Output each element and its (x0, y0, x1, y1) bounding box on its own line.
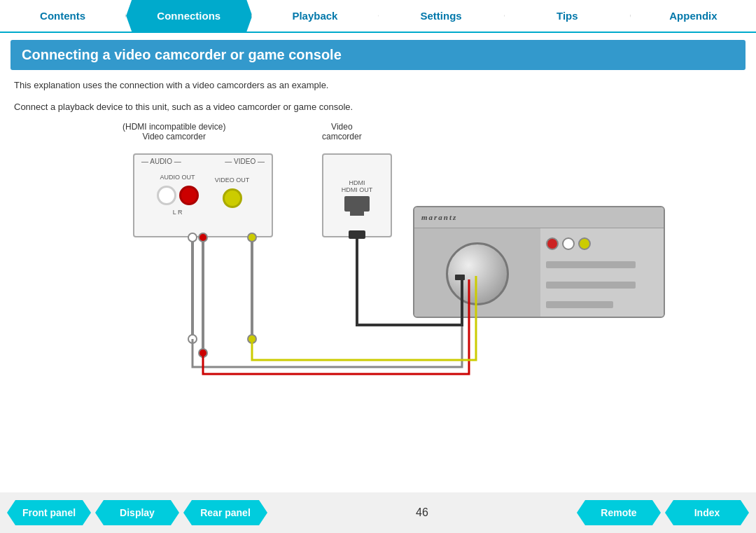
top-navigation: Contents Connections Playback Settings T… (0, 0, 756, 33)
description-line-1: This explanation uses the connection wit… (14, 78, 742, 93)
audio-r-port (179, 186, 199, 205)
page-number: 46 (416, 506, 428, 519)
recv-slot-1 (546, 261, 636, 268)
audio-out-port-group: AUDIO OUT L R (157, 174, 199, 216)
front-panel-button[interactable]: Front panel (7, 500, 91, 525)
tab-playback[interactable]: Playback (252, 0, 378, 32)
bottom-navigation: Front panel Display Rear panel 46 Remote… (0, 492, 756, 533)
page-title: Connecting a video camcorder or game con… (22, 47, 734, 63)
hdmi-incompatible-label: (HDMI incompatible device) Video camcord… (122, 122, 225, 141)
tab-appendix[interactable]: Appendix (631, 0, 756, 32)
hdmi-incompatible-device: — AUDIO — — VIDEO — AUDIO OUT L R VIDEO … (133, 153, 273, 237)
hdmi-port (344, 196, 370, 212)
index-button[interactable]: Index (665, 500, 749, 525)
page-title-bar: Connecting a video camcorder or game con… (10, 40, 746, 70)
lr-label: L R (157, 209, 199, 216)
rear-panel-button[interactable]: Rear panel (183, 500, 267, 525)
content-area: This explanation uses the connection wit… (0, 70, 756, 396)
audio-l-port (157, 186, 176, 205)
marantz-receiver: marantz (413, 206, 665, 318)
svg-point-7 (248, 335, 256, 343)
remote-button[interactable]: Remote (577, 500, 661, 525)
tab-tips[interactable]: Tips (505, 0, 631, 32)
recv-slot-2 (546, 282, 636, 289)
connection-diagram: (HDMI incompatible device) Video camcord… (14, 122, 742, 388)
recv-video-port (578, 237, 591, 250)
hdmi-video-camcorder: HDMI HDMI OUT (322, 153, 392, 237)
receiver-ports (540, 228, 664, 318)
svg-point-1 (188, 335, 197, 343)
display-button[interactable]: Display (95, 500, 179, 525)
video-port (223, 188, 242, 208)
description-line-2: Connect a playback device to this unit, … (14, 100, 742, 115)
recv-slot-3 (546, 301, 613, 308)
svg-point-4 (199, 349, 207, 357)
tab-contents[interactable]: Contents (0, 0, 126, 32)
recv-audio-r-port (546, 237, 559, 250)
video-out-port-group: VIDEO OUT (215, 176, 250, 212)
recv-audio-l-port (562, 237, 575, 250)
hdmi-label: HDMI (349, 179, 365, 186)
video-camcorder-label: Video camcorder (322, 122, 362, 141)
hdmi-out-label: HDMI OUT (342, 186, 373, 193)
tab-connections[interactable]: Connections (126, 0, 252, 32)
tab-settings[interactable]: Settings (379, 0, 505, 32)
receiver-dial (446, 242, 509, 305)
marantz-brand-label: marantz (421, 213, 457, 221)
